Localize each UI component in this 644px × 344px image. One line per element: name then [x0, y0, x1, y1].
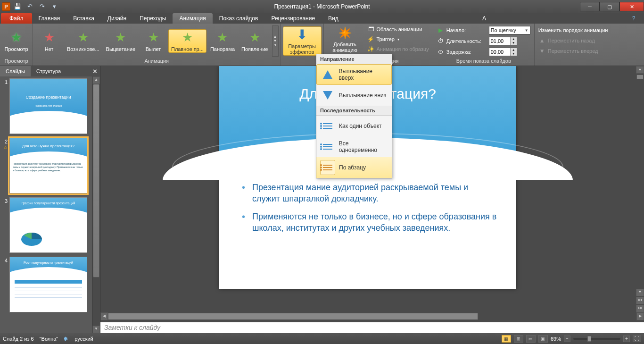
scroll-left-button[interactable]: ◀: [100, 312, 108, 320]
move-later-button: ▼Переместить вперед: [537, 46, 600, 56]
menu-item-by-paragraph[interactable]: По абзацу: [316, 157, 392, 178]
editor-hscrollbar[interactable]: ◀ ▶: [100, 312, 644, 320]
tab-insert[interactable]: Вставка: [66, 13, 101, 24]
group-label-timing: Время показа слайдов: [433, 58, 534, 66]
language-icon[interactable]: 🗣: [64, 336, 69, 342]
zoom-in-button[interactable]: +: [623, 336, 630, 342]
group-label-preview: Просмотр: [0, 58, 33, 66]
animation-effect-0[interactable]: ★Нет: [35, 29, 63, 53]
group-label-animation: Анимация: [33, 58, 281, 66]
animation-effect-1[interactable]: ★Возникнове...: [64, 29, 102, 53]
editor-vscrollbar[interactable]: ▲ ▼ ⏮ ⏭: [636, 66, 644, 312]
scroll-down-button[interactable]: ▼: [636, 289, 644, 296]
duration-spinner[interactable]: ▲▼: [489, 37, 517, 45]
delay-input[interactable]: [489, 49, 510, 55]
star-icon: ★: [115, 30, 126, 45]
file-tab[interactable]: Файл: [1, 13, 32, 24]
bullet-2[interactable]: Применяются не только в бизнесе, но и сф…: [242, 211, 497, 234]
menu-item-all-at-once[interactable]: Все одновременно: [316, 136, 392, 157]
arrow-down-icon: [323, 91, 332, 100]
scroll-thumb[interactable]: [108, 313, 478, 320]
arrow-down-icon: ⬇: [297, 27, 307, 42]
spin-up[interactable]: ▲: [510, 48, 517, 52]
zoom-level[interactable]: 69%: [551, 336, 561, 342]
animation-effect-6[interactable]: ★Появление: [239, 29, 271, 53]
tab-animations[interactable]: Анимация: [173, 13, 212, 24]
sorter-view-button[interactable]: ⊞: [514, 335, 523, 343]
duration-input[interactable]: [489, 38, 510, 44]
normal-view-button[interactable]: ▦: [502, 335, 511, 343]
slideshow-view-button[interactable]: ▣: [538, 335, 548, 343]
spin-down[interactable]: ▼: [510, 41, 517, 45]
tab-view[interactable]: Вид: [322, 13, 345, 24]
scroll-thumb[interactable]: [636, 75, 644, 79]
bullet-1[interactable]: Презентация мание аудиторией раскрываемо…: [242, 182, 497, 204]
slide-thumbnail-4[interactable]: Рост популярности презентаций: [9, 257, 87, 312]
qat-undo-button[interactable]: ↶: [25, 2, 35, 11]
reading-view-button[interactable]: ▭: [526, 335, 536, 343]
close-button[interactable]: ✕: [619, 2, 644, 11]
qat-save-button[interactable]: 💾: [12, 2, 23, 11]
animation-effect-3[interactable]: ★Вылет: [139, 29, 167, 53]
slide-thumbnail-2[interactable]: Для чего нужна презентация? Презентация …: [9, 138, 87, 193]
tab-slideshow[interactable]: Показ слайдов: [213, 13, 265, 24]
animation-effect-4[interactable]: ★Плавное пр...: [168, 29, 206, 53]
animation-pane-button[interactable]: 🗔Область анимации: [365, 25, 431, 34]
ribbon-minimize-button[interactable]: ᐱ: [478, 13, 491, 24]
scroll-up-button[interactable]: ▲: [636, 66, 644, 74]
fit-to-window-button[interactable]: ⛶: [633, 336, 641, 342]
prev-slide-button[interactable]: ⏮: [636, 297, 644, 304]
outline-tab[interactable]: Структура: [31, 66, 66, 76]
slide-thumbnail-3[interactable]: График популярности презентаций: [9, 197, 87, 253]
preview-button[interactable]: ★ Просмотр: [2, 29, 31, 53]
tab-transitions[interactable]: Переходы: [133, 13, 173, 24]
zoom-handle[interactable]: [587, 336, 591, 342]
help-button[interactable]: ?: [627, 13, 640, 24]
slide-thumbnail-1[interactable]: Создание презентации Разработка тем слай…: [9, 78, 87, 134]
thumbs-scrollbar[interactable]: ▲ ▼: [92, 76, 100, 333]
scroll-up-button[interactable]: ▲: [92, 76, 100, 84]
qat-redo-button[interactable]: ↷: [37, 2, 47, 11]
gallery-more-button[interactable]: ▲▼▾: [272, 25, 279, 57]
maximize-button[interactable]: ▢: [600, 2, 619, 11]
add-animation-button[interactable]: ✴️ Добавить анимацию: [326, 25, 364, 54]
scroll-down-button[interactable]: ▼: [92, 326, 100, 333]
trigger-button[interactable]: ⚡Триггер▾: [365, 34, 431, 44]
thumb-number: 2: [5, 139, 8, 144]
trigger-icon: ⚡: [367, 35, 375, 43]
tab-review[interactable]: Рецензирование: [264, 13, 322, 24]
menu-item-float-up[interactable]: Выплывание вверх: [316, 64, 392, 85]
start-combo[interactable]: По щелчку▼: [489, 26, 530, 34]
animation-effect-2[interactable]: ★Выцветание: [103, 29, 138, 53]
scroll-thumb[interactable]: [93, 84, 99, 277]
notes-pane[interactable]: Заметки к слайду: [100, 320, 644, 333]
pie-chart-icon: [19, 227, 48, 249]
star-icon: ★: [148, 30, 159, 45]
slide-body[interactable]: Презентация мание аудиторией раскрываемо…: [242, 182, 497, 240]
spin-down[interactable]: ▼: [510, 52, 517, 56]
effect-options-button[interactable]: ⬇ Параметры эффектов: [283, 26, 322, 56]
qat-customize-button[interactable]: ▾: [49, 2, 59, 11]
spin-up[interactable]: ▲: [510, 37, 517, 41]
slides-tab[interactable]: Слайды: [0, 66, 31, 76]
menu-item-as-one[interactable]: Как один объект: [316, 116, 392, 136]
animation-effect-5[interactable]: ★Панорама: [207, 29, 238, 53]
star-icon: ★: [217, 30, 228, 45]
zoom-out-button[interactable]: −: [564, 336, 570, 342]
scroll-right-button[interactable]: ▶: [636, 312, 644, 320]
tab-design[interactable]: Дизайн: [101, 13, 133, 24]
delay-spinner[interactable]: ▲▼: [489, 48, 517, 56]
quick-access-toolbar: P 💾 ↶ ↷ ▾: [0, 2, 59, 11]
status-language[interactable]: русский: [74, 336, 93, 342]
thumb-number: 4: [5, 258, 8, 263]
app-icon[interactable]: P: [2, 2, 10, 11]
reorder-header: Изменить порядок анимации: [537, 25, 610, 35]
menu-item-float-down[interactable]: Выплывание вниз: [316, 85, 392, 106]
tab-home[interactable]: Главная: [32, 13, 67, 24]
list-icon: [323, 123, 332, 129]
panel-close-button[interactable]: ✕: [90, 68, 100, 75]
timing-duration-row: ⏱ Длительность: ▲▼: [435, 36, 519, 46]
zoom-slider[interactable]: [573, 338, 620, 340]
next-slide-button[interactable]: ⏭: [636, 305, 644, 312]
minimize-button[interactable]: ─: [580, 2, 600, 11]
